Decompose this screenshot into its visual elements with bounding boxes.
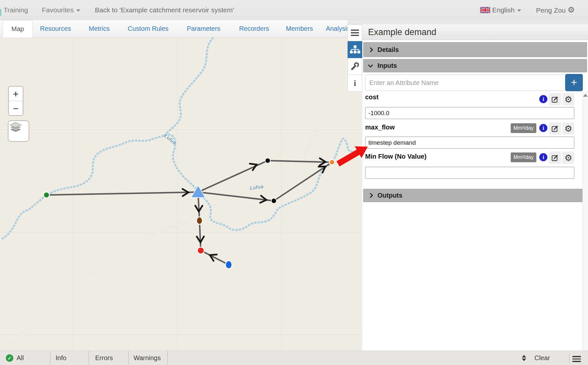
chevron-down-icon xyxy=(368,63,373,68)
toolbar-network-button[interactable] xyxy=(348,41,362,58)
side-toolbar: i xyxy=(348,24,362,92)
attribute-label-max-flow: max_flow xyxy=(365,124,395,131)
check-circle-icon: ✓ xyxy=(6,354,13,362)
info-icon[interactable]: i xyxy=(539,124,547,132)
filter-errors[interactable]: Errors xyxy=(89,351,129,365)
filter-all-label: All xyxy=(17,354,24,361)
gear-icon: ⚙ xyxy=(564,124,572,133)
back-link[interactable]: Back to 'Example catchment reservoir sys… xyxy=(95,0,234,20)
map-road xyxy=(10,116,325,346)
node-junction-lower[interactable] xyxy=(271,198,276,203)
flow-arrowheads xyxy=(183,158,327,261)
filter-info[interactable]: Info xyxy=(50,351,89,365)
node-junction-upper[interactable] xyxy=(265,158,270,163)
log-menu-button[interactable] xyxy=(572,355,581,363)
chevron-right-icon xyxy=(368,47,373,52)
map-canvas[interactable]: Lufua Lufua xyxy=(0,37,362,351)
attribute-label-cost: cost xyxy=(365,93,378,101)
layers-icon xyxy=(8,121,23,133)
section-outputs[interactable]: Outputs xyxy=(363,189,587,202)
filter-warnings-label: Warnings xyxy=(134,354,161,361)
status-bar: ✓All Info Errors Warnings Clear xyxy=(0,351,588,365)
user-menu[interactable]: Peng Zou ⚙ xyxy=(536,0,575,20)
node-catchment-inflow[interactable] xyxy=(44,192,49,198)
max-flow-value-input[interactable] xyxy=(365,137,574,149)
section-details[interactable]: Details xyxy=(363,42,587,57)
settings-button[interactable]: ⚙ xyxy=(562,122,574,135)
sitemap-icon xyxy=(350,45,360,55)
network-map-svg: Lufua Lufua xyxy=(0,37,362,351)
scroll-up-arrow-icon[interactable] xyxy=(583,94,588,97)
settings-gear-icon[interactable]: ⚙ xyxy=(568,5,575,15)
panel-title: Example demand xyxy=(362,24,588,40)
hamburger-icon xyxy=(351,28,359,37)
tab-members[interactable]: Members xyxy=(286,20,313,37)
network-edges[interactable] xyxy=(46,161,332,265)
nav-favourites[interactable]: Favourites xyxy=(42,0,80,20)
edit-button[interactable] xyxy=(549,93,561,105)
toolbar-menu-button[interactable] xyxy=(348,24,362,41)
attribute-name-input[interactable] xyxy=(365,75,565,91)
settings-button[interactable]: ⚙ xyxy=(562,93,574,105)
user-name: Peng Zou xyxy=(536,6,566,14)
attribute-label-min-flow: Min Flow (No Value) xyxy=(365,153,427,160)
section-inputs[interactable]: Inputs xyxy=(363,59,587,72)
toolbar-info-button[interactable]: i xyxy=(348,75,362,92)
tab-recorders[interactable]: Recorders xyxy=(239,20,269,37)
info-icon[interactable]: i xyxy=(539,95,547,103)
language-label: English xyxy=(492,6,515,14)
edit-button[interactable] xyxy=(549,152,561,164)
clear-log-button[interactable]: Clear xyxy=(534,351,550,365)
section-details-label: Details xyxy=(377,46,399,54)
node-example-demand[interactable] xyxy=(329,160,335,165)
toolbar-tools-button[interactable] xyxy=(348,58,362,75)
sort-toggle-icon[interactable] xyxy=(522,355,526,361)
chevron-right-icon xyxy=(368,193,373,198)
nav-favourites-label: Favourites xyxy=(42,6,74,14)
top-navigation-bar: Training Favourites Back to 'Example cat… xyxy=(0,0,588,20)
info-icon: i xyxy=(354,79,356,88)
language-selector[interactable]: English xyxy=(492,0,521,20)
filter-all[interactable]: ✓All xyxy=(0,351,50,365)
node-reservoir-triangle[interactable] xyxy=(191,185,205,198)
node-tributary-inflow[interactable] xyxy=(225,261,232,269)
tab-analysis[interactable]: Analysis xyxy=(326,20,350,37)
tab-metrics[interactable]: Metrics xyxy=(89,20,109,37)
layers-button[interactable] xyxy=(8,120,29,142)
section-inputs-label: Inputs xyxy=(377,62,397,69)
gear-icon: ⚙ xyxy=(564,153,572,162)
tab-resources[interactable]: Resources xyxy=(40,20,71,37)
divider xyxy=(569,353,569,363)
settings-button[interactable]: ⚙ xyxy=(562,152,574,164)
tab-bar: Map Resources Metrics Custom Rules Param… xyxy=(0,20,362,37)
panel-top-strip xyxy=(348,20,588,24)
zoom-in-button[interactable]: + xyxy=(9,87,23,101)
add-attribute-button[interactable]: + xyxy=(565,74,583,91)
unit-badge: Mm³/day xyxy=(511,123,536,133)
tab-map[interactable]: Map xyxy=(3,20,33,37)
filter-errors-label: Errors xyxy=(95,354,113,361)
clear-label: Clear xyxy=(534,354,550,361)
nav-training[interactable]: Training xyxy=(4,0,28,20)
river-lufua xyxy=(3,38,355,238)
edit-button[interactable] xyxy=(549,122,561,135)
panel-scrollbar[interactable] xyxy=(582,92,588,351)
node-intermediate-brown[interactable] xyxy=(197,217,202,225)
cost-value-input[interactable] xyxy=(365,107,574,119)
gear-icon: ⚙ xyxy=(564,95,572,104)
info-icon[interactable]: i xyxy=(539,153,547,161)
logo-sliver xyxy=(0,9,1,16)
node-confluence-red[interactable] xyxy=(198,247,204,254)
river-label: Lufua xyxy=(249,183,264,191)
chevron-down-icon xyxy=(76,9,80,12)
wrench-icon xyxy=(351,62,359,71)
min-flow-value-input[interactable] xyxy=(365,167,574,179)
tab-parameters[interactable]: Parameters xyxy=(187,20,220,37)
uk-flag-icon xyxy=(480,7,490,13)
section-outputs-label: Outputs xyxy=(377,192,403,199)
zoom-out-button[interactable]: − xyxy=(9,101,23,116)
filter-warnings[interactable]: Warnings xyxy=(129,351,168,365)
map-zoom-control: + − xyxy=(8,86,23,116)
application-window: Training Favourites Back to 'Example cat… xyxy=(0,0,588,365)
tab-custom-rules[interactable]: Custom Rules xyxy=(128,20,169,37)
